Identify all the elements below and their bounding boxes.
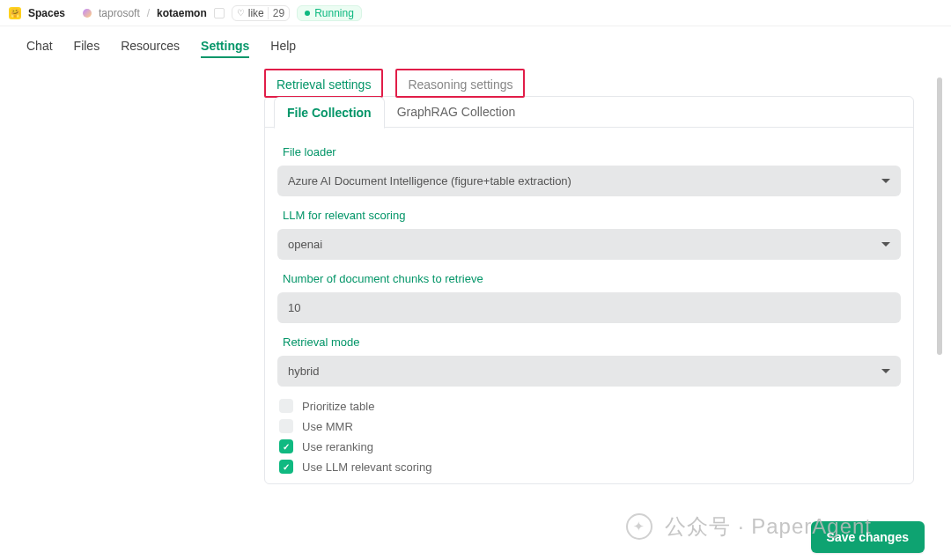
copy-icon[interactable]	[214, 8, 225, 18]
select-file-loader-value: Azure AI Document Intelligence (figure+t…	[288, 174, 571, 188]
like-count: 29	[268, 7, 284, 19]
select-file-loader[interactable]: Azure AI Document Intelligence (figure+t…	[277, 166, 901, 196]
hf-logo-icon: 🤗	[9, 7, 21, 19]
input-chunks-wrap[interactable]	[277, 292, 901, 323]
checkbox-label: Use LLM relevant scoring	[302, 461, 431, 474]
like-button[interactable]: ♡ like 29	[232, 5, 290, 21]
label-file-loader: File loader	[283, 145, 901, 158]
save-button[interactable]: Save changes	[811, 521, 925, 553]
select-retrieval-mode[interactable]: hybrid	[277, 356, 901, 387]
topbar: 🤗 Spaces taprosoft / kotaemon ♡ like 29 …	[0, 0, 951, 26]
checkbox-label: Use reranking	[302, 440, 373, 453]
chevron-down-icon	[881, 369, 890, 373]
checkbox-icon	[279, 460, 293, 474]
content-viewport: Retrieval settings Reasoning settings Fi…	[0, 69, 951, 560]
checkbox-icon	[279, 399, 293, 413]
checkbox-use-mmr[interactable]: Use MMR	[279, 419, 901, 433]
input-chunks[interactable]	[288, 301, 890, 314]
tabs-primary: Retrieval settings Reasoning settings	[264, 69, 914, 98]
nav-resources[interactable]: Resources	[121, 39, 180, 58]
checkbox-label: Prioritize table	[302, 400, 374, 413]
scroll-area: Retrieval settings Reasoning settings Fi…	[0, 69, 932, 560]
label-chunks: Number of document chunks to retrieve	[283, 272, 901, 285]
label-llm-scoring: LLM for relevant scoring	[283, 209, 901, 222]
status-badge: Running	[297, 5, 362, 21]
select-llm-scoring-value: openai	[288, 238, 322, 251]
checkbox-use-llm-scoring[interactable]: Use LLM relevant scoring	[279, 460, 901, 474]
checkbox-icon	[279, 439, 293, 453]
spaces-label[interactable]: Spaces	[28, 7, 65, 19]
scrollbar[interactable]	[937, 77, 942, 525]
nav-files[interactable]: Files	[74, 39, 100, 58]
checkbox-icon	[279, 419, 293, 433]
nav-help[interactable]: Help	[270, 39, 296, 58]
tabs-secondary: File Collection GraphRAG Collection	[265, 97, 913, 128]
select-llm-scoring[interactable]: openai	[277, 229, 901, 260]
settings-panel: File Collection GraphRAG Collection File…	[264, 96, 914, 484]
tab-file-collection[interactable]: File Collection	[274, 97, 385, 129]
select-retrieval-mode-value: hybrid	[288, 365, 319, 378]
checkbox-label: Use MMR	[302, 420, 353, 433]
tab-reasoning-settings[interactable]: Reasoning settings	[395, 69, 525, 98]
chevron-down-icon	[881, 242, 890, 247]
nav-settings[interactable]: Settings	[201, 39, 249, 58]
org-avatar-icon	[83, 9, 92, 18]
scrollbar-thumb[interactable]	[937, 77, 942, 355]
form-body: File loader Azure AI Document Intelligen…	[265, 128, 913, 483]
checkbox-prioritize-table[interactable]: Prioritize table	[279, 399, 901, 413]
tab-retrieval-settings[interactable]: Retrieval settings	[264, 69, 383, 98]
org-name[interactable]: taprosoft	[99, 7, 140, 19]
tab-graphrag-collection[interactable]: GraphRAG Collection	[385, 97, 528, 128]
main-nav: Chat Files Resources Settings Help	[0, 26, 951, 63]
status-text: Running	[314, 7, 354, 19]
heart-icon: ♡	[237, 8, 245, 18]
checkbox-use-reranking[interactable]: Use reranking	[279, 439, 901, 453]
nav-chat[interactable]: Chat	[26, 39, 53, 58]
label-retrieval-mode: Retrieval mode	[283, 335, 901, 349]
chevron-down-icon	[881, 179, 890, 183]
like-label: like	[248, 7, 264, 19]
project-name[interactable]: kotaemon	[157, 7, 207, 19]
status-dot-icon	[305, 11, 310, 16]
